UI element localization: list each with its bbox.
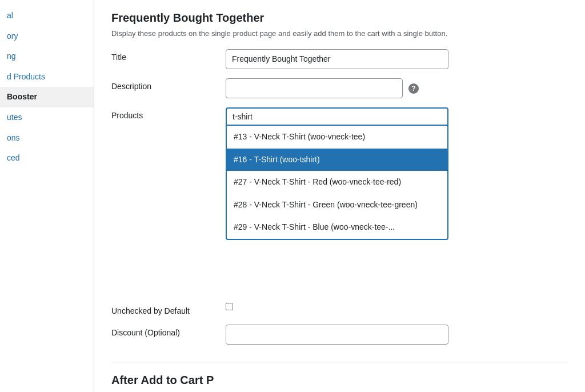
form-row-products: Products #13 - V-Neck T-Shirt (woo-vneck… — [111, 107, 568, 126]
dropdown-item-29[interactable]: #29 - V-Neck T-Shirt - Blue (woo-vneck-t… — [227, 216, 447, 239]
sidebar-item-variations[interactable]: ons — [0, 128, 94, 149]
page-wrapper: al ory ng d Products Booster utes ons ce… — [0, 0, 585, 392]
discount-input[interactable] — [226, 325, 448, 345]
section-after-add-to-cart: After Add to Cart P Display these sugges… — [111, 374, 568, 392]
sidebar-item-booster[interactable]: Booster — [0, 87, 94, 107]
desc-row: ? — [226, 78, 568, 98]
label-products: Products — [111, 107, 214, 120]
section-title-aatc: After Add to Cart P — [111, 374, 568, 387]
field-products: #13 - V-Neck T-Shirt (woo-vneck-tee) #16… — [226, 107, 568, 126]
field-discount — [226, 325, 568, 345]
form-row-title: Title — [111, 49, 568, 69]
field-unchecked — [226, 303, 568, 312]
sidebar-item-general[interactable]: al — [0, 6, 94, 26]
label-discount: Discount (Optional) — [111, 325, 214, 337]
dropdown-item-16[interactable]: #16 - T-Shirt (woo-tshirt) — [227, 149, 447, 171]
sidebar-item-linked-products[interactable]: d Products — [0, 67, 94, 87]
sidebar-item-inventory[interactable]: ory — [0, 26, 94, 47]
main-content: Frequently Bought Together Display these… — [94, 0, 585, 392]
label-unchecked: Unchecked by Default — [111, 303, 214, 315]
dropdown-item-28[interactable]: #28 - V-Neck T-Shirt - Green (woo-vneck-… — [227, 194, 447, 217]
title-input[interactable] — [226, 49, 448, 69]
form-row-description: Description ? — [111, 78, 568, 98]
label-title: Title — [111, 49, 214, 62]
sidebar: al ory ng d Products Booster utes ons ce… — [0, 0, 94, 392]
unchecked-checkbox[interactable] — [226, 303, 233, 310]
section-title-fbt: Frequently Bought Together — [111, 11, 568, 25]
section-frequently-bought: Frequently Bought Together Display these… — [111, 11, 568, 345]
dropdown-item-27[interactable]: #27 - V-Neck T-Shirt - Red (woo-vneck-te… — [227, 171, 447, 194]
description-input[interactable] — [226, 78, 403, 98]
section-desc-fbt: Display these products on the single pro… — [111, 29, 568, 38]
dropdown-list: #13 - V-Neck T-Shirt (woo-vneck-tee) #16… — [226, 126, 448, 240]
products-search-input[interactable] — [226, 107, 448, 126]
form-row-discount: Discount (Optional) — [111, 325, 568, 345]
products-dropdown: #13 - V-Neck T-Shirt (woo-vneck-tee) #16… — [226, 107, 448, 126]
form-row-unchecked: Unchecked by Default — [111, 303, 568, 315]
help-icon[interactable]: ? — [408, 83, 419, 94]
sidebar-item-attributes[interactable]: utes — [0, 107, 94, 128]
label-description: Description — [111, 78, 214, 91]
section-divider — [111, 362, 568, 362]
dropdown-item-13[interactable]: #13 - V-Neck T-Shirt (woo-vneck-tee) — [227, 126, 447, 149]
sidebar-item-advanced[interactable]: ced — [0, 148, 94, 169]
sidebar-item-shipping[interactable]: ng — [0, 46, 94, 67]
field-title — [226, 49, 568, 69]
field-description: ? — [226, 78, 568, 98]
